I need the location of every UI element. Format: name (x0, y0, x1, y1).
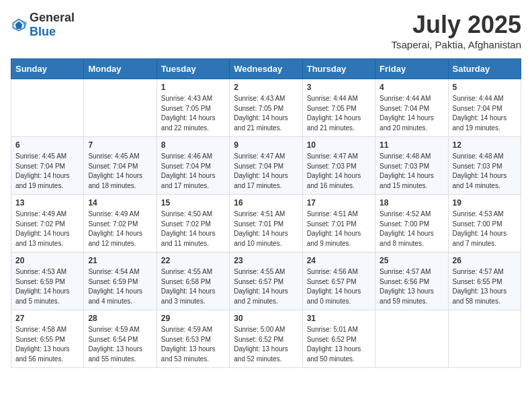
day-number: 19 (453, 198, 517, 208)
subtitle: Tsaperai, Paktia, Afghanistan (392, 39, 521, 50)
calendar-header-monday: Monday (84, 59, 157, 79)
calendar-cell: 24Sunrise: 4:56 AMSunset: 6:57 PMDayligh… (302, 253, 375, 310)
calendar-cell: 9Sunrise: 4:47 AMSunset: 7:04 PMDaylight… (230, 137, 302, 195)
calendar-cell: 22Sunrise: 4:55 AMSunset: 6:58 PMDayligh… (157, 253, 229, 310)
calendar-cell: 11Sunrise: 4:48 AMSunset: 7:03 PMDayligh… (375, 137, 448, 195)
title-area: July 2025 Tsaperai, Paktia, Afghanistan (392, 11, 521, 50)
calendar-cell: 13Sunrise: 4:49 AMSunset: 7:02 PMDayligh… (11, 195, 84, 253)
day-info: Sunrise: 4:49 AMSunset: 7:02 PMDaylight:… (88, 210, 152, 248)
week-row-4: 20Sunrise: 4:53 AMSunset: 6:59 PMDayligh… (11, 253, 521, 310)
day-info: Sunrise: 4:53 AMSunset: 6:59 PMDaylight:… (15, 267, 79, 306)
day-number: 17 (307, 198, 371, 208)
day-number: 11 (380, 140, 443, 150)
calendar-cell: 16Sunrise: 4:51 AMSunset: 7:01 PMDayligh… (230, 195, 302, 253)
day-number: 5 (453, 83, 517, 92)
day-info: Sunrise: 4:44 AMSunset: 7:05 PMDaylight:… (307, 94, 371, 133)
day-number: 15 (161, 198, 225, 208)
day-number: 13 (15, 198, 79, 208)
day-info: Sunrise: 4:56 AMSunset: 6:57 PMDaylight:… (307, 267, 371, 306)
calendar-cell: 30Sunrise: 5:00 AMSunset: 6:52 PMDayligh… (230, 310, 302, 368)
day-info: Sunrise: 4:51 AMSunset: 7:01 PMDaylight:… (234, 210, 298, 248)
day-number: 31 (307, 314, 371, 323)
day-number: 2 (234, 83, 298, 92)
day-info: Sunrise: 4:47 AMSunset: 7:03 PMDaylight:… (307, 152, 371, 191)
logo-blue: Blue (30, 25, 56, 38)
day-number: 16 (234, 198, 298, 208)
day-info: Sunrise: 4:53 AMSunset: 7:00 PMDaylight:… (453, 210, 517, 248)
day-info: Sunrise: 4:59 AMSunset: 6:54 PMDaylight:… (88, 325, 152, 364)
calendar-cell: 28Sunrise: 4:59 AMSunset: 6:54 PMDayligh… (84, 310, 157, 368)
main-title: July 2025 (392, 11, 521, 39)
calendar-header-thursday: Thursday (302, 59, 375, 79)
week-row-1: 1Sunrise: 4:43 AMSunset: 7:05 PMDaylight… (11, 79, 521, 137)
day-info: Sunrise: 4:43 AMSunset: 7:05 PMDaylight:… (234, 94, 298, 133)
calendar-cell: 5Sunrise: 4:44 AMSunset: 7:04 PMDaylight… (448, 79, 521, 137)
day-info: Sunrise: 4:44 AMSunset: 7:04 PMDaylight:… (380, 94, 443, 133)
day-number: 14 (88, 198, 152, 208)
calendar-cell: 17Sunrise: 4:51 AMSunset: 7:01 PMDayligh… (302, 195, 375, 253)
logo-text: General Blue (30, 11, 75, 39)
day-number: 3 (307, 83, 371, 92)
calendar-cell (375, 310, 448, 368)
calendar-cell: 15Sunrise: 4:50 AMSunset: 7:02 PMDayligh… (157, 195, 229, 253)
day-number: 1 (161, 83, 225, 92)
day-info: Sunrise: 4:50 AMSunset: 7:02 PMDaylight:… (161, 210, 225, 248)
day-info: Sunrise: 4:58 AMSunset: 6:55 PMDaylight:… (15, 325, 79, 364)
calendar-cell (11, 79, 84, 137)
calendar-cell: 2Sunrise: 4:43 AMSunset: 7:05 PMDaylight… (230, 79, 302, 137)
day-number: 21 (88, 256, 152, 265)
day-number: 8 (161, 140, 225, 150)
calendar-cell: 21Sunrise: 4:54 AMSunset: 6:59 PMDayligh… (84, 253, 157, 310)
header: General Blue July 2025 Tsaperai, Paktia,… (11, 11, 521, 50)
day-number: 29 (161, 314, 225, 323)
calendar-cell: 25Sunrise: 4:57 AMSunset: 6:56 PMDayligh… (375, 253, 448, 310)
day-number: 23 (234, 256, 298, 265)
day-number: 9 (234, 140, 298, 150)
logo-general: General (30, 11, 75, 24)
calendar-cell: 19Sunrise: 4:53 AMSunset: 7:00 PMDayligh… (448, 195, 521, 253)
week-row-2: 6Sunrise: 4:45 AMSunset: 7:04 PMDaylight… (11, 137, 521, 195)
week-row-5: 27Sunrise: 4:58 AMSunset: 6:55 PMDayligh… (11, 310, 521, 368)
day-info: Sunrise: 4:55 AMSunset: 6:57 PMDaylight:… (234, 267, 298, 306)
calendar-cell: 8Sunrise: 4:46 AMSunset: 7:04 PMDaylight… (157, 137, 229, 195)
day-info: Sunrise: 4:52 AMSunset: 7:00 PMDaylight:… (380, 210, 443, 248)
day-info: Sunrise: 4:43 AMSunset: 7:05 PMDaylight:… (161, 94, 225, 133)
day-number: 27 (15, 314, 79, 323)
day-number: 6 (15, 140, 79, 150)
day-info: Sunrise: 4:45 AMSunset: 7:04 PMDaylight:… (88, 152, 152, 191)
day-info: Sunrise: 5:01 AMSunset: 6:52 PMDaylight:… (307, 325, 371, 364)
day-number: 25 (380, 256, 443, 265)
calendar-cell: 29Sunrise: 4:59 AMSunset: 6:53 PMDayligh… (157, 310, 229, 368)
calendar-cell (84, 79, 157, 137)
day-info: Sunrise: 4:45 AMSunset: 7:04 PMDaylight:… (15, 152, 79, 191)
calendar-cell: 6Sunrise: 4:45 AMSunset: 7:04 PMDaylight… (11, 137, 84, 195)
day-info: Sunrise: 4:57 AMSunset: 6:56 PMDaylight:… (380, 267, 443, 306)
logo-icon (11, 17, 27, 33)
calendar-cell: 27Sunrise: 4:58 AMSunset: 6:55 PMDayligh… (11, 310, 84, 368)
calendar-cell: 12Sunrise: 4:48 AMSunset: 7:03 PMDayligh… (448, 137, 521, 195)
calendar-cell: 7Sunrise: 4:45 AMSunset: 7:04 PMDaylight… (84, 137, 157, 195)
calendar-cell: 4Sunrise: 4:44 AMSunset: 7:04 PMDaylight… (375, 79, 448, 137)
day-info: Sunrise: 4:46 AMSunset: 7:04 PMDaylight:… (161, 152, 225, 191)
calendar-cell: 26Sunrise: 4:57 AMSunset: 6:55 PMDayligh… (448, 253, 521, 310)
day-number: 30 (234, 314, 298, 323)
day-number: 18 (380, 198, 443, 208)
day-info: Sunrise: 4:47 AMSunset: 7:04 PMDaylight:… (234, 152, 298, 191)
calendar-cell: 23Sunrise: 4:55 AMSunset: 6:57 PMDayligh… (230, 253, 302, 310)
day-number: 20 (15, 256, 79, 265)
day-number: 4 (380, 83, 443, 92)
calendar-cell: 31Sunrise: 5:01 AMSunset: 6:52 PMDayligh… (302, 310, 375, 368)
calendar-cell: 14Sunrise: 4:49 AMSunset: 7:02 PMDayligh… (84, 195, 157, 253)
day-info: Sunrise: 4:57 AMSunset: 6:55 PMDaylight:… (453, 267, 517, 306)
day-info: Sunrise: 4:54 AMSunset: 6:59 PMDaylight:… (88, 267, 152, 306)
day-number: 7 (88, 140, 152, 150)
day-number: 12 (453, 140, 517, 150)
day-info: Sunrise: 5:00 AMSunset: 6:52 PMDaylight:… (234, 325, 298, 364)
calendar-header-wednesday: Wednesday (230, 59, 302, 79)
calendar: SundayMondayTuesdayWednesdayThursdayFrid… (11, 58, 521, 368)
calendar-cell (448, 310, 521, 368)
day-info: Sunrise: 4:44 AMSunset: 7:04 PMDaylight:… (453, 94, 517, 133)
day-info: Sunrise: 4:49 AMSunset: 7:02 PMDaylight:… (15, 210, 79, 248)
day-info: Sunrise: 4:59 AMSunset: 6:53 PMDaylight:… (161, 325, 225, 364)
day-info: Sunrise: 4:55 AMSunset: 6:58 PMDaylight:… (161, 267, 225, 306)
